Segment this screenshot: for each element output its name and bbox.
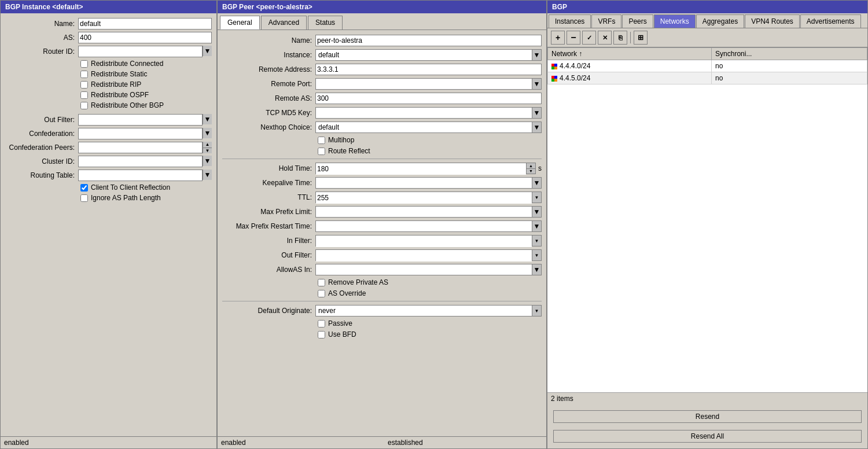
redistribute-other-bgp-checkbox[interactable]	[80, 102, 88, 109]
cluster-id-dropdown-btn[interactable]: ▼	[203, 156, 212, 166]
router-id-dropdown-btn[interactable]: ▼	[203, 46, 212, 56]
peer-out-filter-arrow[interactable]: ▼	[532, 250, 541, 260]
peer-hold-time-spin[interactable]: ▲ ▼	[526, 163, 535, 174]
peer-max-prefix-limit-row: Max Prefix Limit: ▼	[222, 206, 542, 218]
peer-multihop-label: Multihop	[328, 136, 354, 144]
out-filter-input[interactable]	[78, 114, 203, 126]
peer-tabs: General Advanced Status	[218, 13, 546, 30]
peer-keepalive-label: Keepalive Time:	[222, 179, 312, 187]
peer-ttl-spin[interactable]: ▼	[532, 192, 541, 203]
redistribute-static-checkbox[interactable]	[80, 71, 88, 78]
peer-instance-arrow[interactable]: ▼	[532, 50, 541, 60]
bgp-tab-vrfs[interactable]: VRFs	[591, 14, 621, 28]
redistribute-connected-checkbox[interactable]	[80, 60, 88, 68]
peer-nexthop-dropdown[interactable]: default ▼	[315, 122, 542, 133]
tab-status[interactable]: Status	[308, 16, 343, 30]
peer-max-prefix-restart-arrow[interactable]: ▼	[532, 221, 541, 231]
peer-route-reflect-row: Route Reflect	[318, 147, 542, 155]
peer-in-filter-row: In Filter: ▼	[222, 235, 542, 246]
peer-remote-as-label: Remote AS:	[222, 94, 312, 102]
client-to-client-checkbox[interactable]	[80, 184, 88, 192]
cluster-id-input[interactable]	[78, 156, 203, 167]
peer-tcp-md5-dropdown[interactable]: ▼	[315, 107, 542, 119]
copy-button[interactable]: ⎘	[613, 31, 627, 45]
toolbar-separator	[630, 32, 631, 43]
peer-out-filter-container: ▼	[315, 249, 542, 261]
peer-out-filter-input[interactable]	[316, 250, 532, 262]
peer-in-filter-container: ▼	[315, 235, 542, 246]
peer-remote-as-input[interactable]	[315, 93, 542, 104]
col-network[interactable]: Network ↑	[548, 48, 712, 60]
peer-allowas-in-dropdown[interactable]: ▼	[315, 264, 542, 275]
routing-table-dropdown-btn[interactable]: ▼	[203, 170, 212, 180]
peer-nexthop-arrow[interactable]: ▼	[532, 122, 541, 133]
network-cell: 4.4.5.0/24	[548, 72, 712, 84]
redistribute-rip-checkbox[interactable]	[80, 81, 88, 89]
peer-max-prefix-restart-label: Max Prefix Restart Time:	[222, 222, 312, 230]
peer-instance-label: Instance:	[222, 51, 312, 59]
peer-in-filter-arrow[interactable]: ▼	[532, 235, 541, 246]
peer-in-filter-input[interactable]	[316, 235, 532, 247]
cross-button[interactable]: ✕	[598, 31, 612, 45]
resend-all-button[interactable]: Resend All	[553, 430, 862, 443]
peer-remote-port-dropdown[interactable]: ▼	[315, 78, 542, 90]
cluster-id-row: Cluster ID: ▼	[5, 156, 212, 167]
table-row[interactable]: 4.4.4.0/24no	[548, 60, 867, 72]
bgp-tab-instances[interactable]: Instances	[549, 14, 591, 28]
peer-max-prefix-limit-dropdown[interactable]: ▼	[315, 206, 542, 218]
routing-table-row: Routing Table: ▼	[5, 170, 212, 181]
as-row: AS:	[5, 32, 212, 43]
peer-tcp-md5-arrow[interactable]: ▼	[532, 108, 541, 118]
confederation-peers-input[interactable]	[78, 142, 203, 153]
peer-multihop-checkbox[interactable]	[318, 137, 325, 144]
confederation-dropdown-btn[interactable]: ▼	[203, 128, 212, 138]
peer-in-filter-label: In Filter:	[222, 237, 312, 245]
router-id-input[interactable]	[78, 46, 203, 57]
bgp-tab-vpn4-routes[interactable]: VPN4 Routes	[745, 14, 800, 28]
bgp-tab-advertisements[interactable]: Advertisements	[800, 14, 861, 28]
peer-route-reflect-checkbox[interactable]	[318, 148, 325, 155]
instance-status-bar: enabled	[1, 436, 216, 448]
confederation-peers-label: Confederation Peers:	[5, 143, 75, 152]
peer-use-bfd-checkbox[interactable]	[318, 331, 325, 338]
bgp-tab-peers[interactable]: Peers	[622, 14, 653, 28]
name-input[interactable]	[78, 18, 212, 30]
ignore-as-checkbox[interactable]	[80, 194, 88, 202]
peer-name-input[interactable]	[315, 35, 542, 46]
add-button[interactable]: +	[551, 31, 565, 45]
peer-keepalive-arrow[interactable]: ▼	[532, 178, 541, 188]
tab-general[interactable]: General	[220, 16, 260, 30]
peer-as-override-checkbox[interactable]	[318, 290, 325, 297]
bgp-tab-aggregates[interactable]: Aggregates	[696, 14, 744, 28]
check-button[interactable]: ✓	[582, 31, 596, 45]
peer-instance-dropdown[interactable]: default ▼	[315, 49, 542, 61]
bgp-tab-networks[interactable]: Networks	[654, 14, 696, 28]
peer-allowas-in-label: AllowAS In:	[222, 266, 312, 274]
peer-allowas-in-arrow[interactable]: ▼	[532, 264, 541, 275]
remove-button[interactable]: −	[567, 31, 580, 45]
out-filter-dropdown-btn[interactable]: ▼	[203, 114, 212, 124]
peer-hold-time-input[interactable]	[316, 163, 526, 175]
peer-default-originate-arrow[interactable]: ▼	[532, 306, 541, 316]
col-sync[interactable]: Synchroni...	[712, 48, 867, 60]
peer-remote-port-arrow[interactable]: ▼	[532, 79, 541, 89]
confederation-input[interactable]	[78, 128, 203, 139]
tab-advanced[interactable]: Advanced	[261, 16, 307, 30]
filter-button[interactable]: ⊞	[634, 31, 648, 45]
peer-max-prefix-restart-dropdown[interactable]: ▼	[315, 220, 542, 232]
peer-keepalive-row: Keepalive Time: ▼	[222, 177, 542, 189]
redistribute-connected-label: Redistribute Connected	[91, 60, 163, 68]
peer-remove-private-as-checkbox[interactable]	[318, 279, 325, 286]
resend-button[interactable]: Resend	[553, 410, 862, 423]
peer-remove-private-as-row: Remove Private AS	[318, 278, 542, 286]
peer-remote-address-input[interactable]	[315, 64, 542, 75]
peer-passive-checkbox[interactable]	[318, 320, 325, 327]
peer-ttl-input[interactable]	[316, 192, 532, 204]
as-input[interactable]	[78, 32, 212, 43]
confederation-peers-spin[interactable]: ▲ ▼	[203, 142, 212, 153]
table-row[interactable]: 4.4.5.0/24no	[548, 72, 867, 84]
peer-keepalive-dropdown[interactable]: ▼	[315, 177, 542, 189]
peer-max-prefix-limit-arrow[interactable]: ▼	[532, 207, 541, 217]
redistribute-ospf-checkbox[interactable]	[80, 91, 88, 99]
routing-table-input[interactable]	[78, 170, 203, 181]
